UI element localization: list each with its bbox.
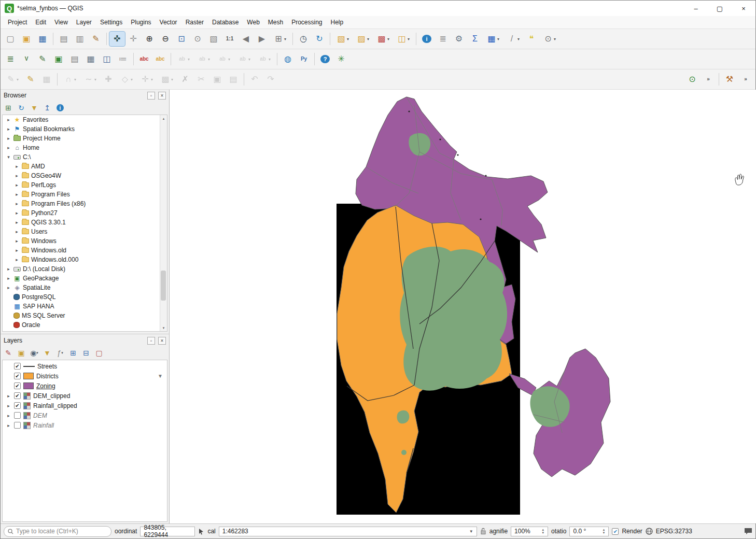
crs-globe-icon[interactable]: [646, 528, 653, 535]
close-button[interactable]: ×: [732, 1, 755, 16]
select-by-value-button[interactable]: ▨▾: [353, 32, 373, 46]
expand-arrow-icon[interactable]: ▸: [14, 192, 20, 197]
collapse-all-layers-button[interactable]: ⊟: [80, 347, 92, 359]
crs-label[interactable]: EPSG:32733: [656, 528, 692, 535]
filter-legend-button[interactable]: ▼: [41, 347, 53, 359]
menu-database[interactable]: Database: [208, 17, 243, 27]
layer-row-districts[interactable]: ✔Districts▼: [3, 371, 167, 381]
help-contents-button[interactable]: ?: [317, 52, 333, 66]
cut-features-button[interactable]: ✂: [193, 72, 209, 87]
layers-float-button[interactable]: ▫: [147, 337, 155, 345]
browser-scrollbar[interactable]: ▴ ▾: [160, 115, 167, 331]
browser-item-users[interactable]: ▸Users: [3, 227, 167, 236]
layer-visibility-checkbox[interactable]: ✔: [14, 382, 21, 389]
copy-features-button[interactable]: ▣: [209, 72, 225, 87]
add-vector-layer-button[interactable]: V: [19, 52, 34, 66]
browser-item-perflogs[interactable]: ▸PerfLogs: [3, 180, 167, 190]
browser-item-windows-old[interactable]: ▸Windows.old: [3, 246, 167, 255]
layer-visibility-checkbox[interactable]: ✔: [14, 392, 21, 399]
options-gear-button[interactable]: ⚙: [451, 32, 467, 46]
plugin-tools-button[interactable]: ⚒: [722, 72, 737, 87]
collapse-all-button[interactable]: ↥: [41, 102, 53, 114]
browser-item-windows[interactable]: ▸Windows: [3, 236, 167, 246]
scale-dropdown-arrow-icon[interactable]: ▼: [469, 529, 473, 534]
scroll-up-icon[interactable]: ▴: [160, 115, 167, 122]
expand-arrow-icon[interactable]: ▸: [14, 164, 20, 169]
add-group-button[interactable]: ▣: [16, 347, 27, 359]
expand-arrow-icon[interactable]: ▸: [6, 145, 11, 150]
browser-item-python27[interactable]: ▸Python27: [3, 208, 167, 218]
layer-diagram-button[interactable]: abc: [152, 52, 168, 66]
browser-item-ms-sql-server[interactable]: MS SQL Server: [3, 311, 167, 320]
expand-arrow-icon[interactable]: ▸: [14, 229, 20, 234]
new-geopackage-layer-button[interactable]: ▣: [51, 52, 66, 66]
minimize-button[interactable]: –: [684, 1, 708, 16]
measure-line-button[interactable]: /▾: [503, 32, 523, 46]
new-shapefile-layer-button[interactable]: ✎: [35, 52, 50, 66]
browser-properties-button[interactable]: i: [54, 102, 66, 114]
expand-arrow-icon[interactable]: ▸: [14, 173, 20, 178]
open-layer-styling-button[interactable]: ✎: [3, 347, 14, 359]
expand-arrow-icon[interactable]: ▸: [14, 210, 20, 216]
browser-item-sap-hana[interactable]: ▦SAP HANA: [3, 302, 167, 311]
toggle-editing-button[interactable]: ✎: [23, 72, 38, 87]
expand-arrow-icon[interactable]: ▸: [14, 182, 20, 188]
zoom-last-button[interactable]: ◀: [238, 32, 254, 46]
rotation-spin-arrows-icon[interactable]: ▲▼: [603, 528, 606, 534]
browser-item-spatial-bookmarks[interactable]: ▸⚑Spatial Bookmarks: [3, 124, 167, 134]
new-project-button[interactable]: ▢: [3, 32, 18, 46]
expand-arrow-icon[interactable]: ▸: [6, 393, 11, 399]
expand-arrow-icon[interactable]: ▸: [14, 248, 20, 253]
python-console-button[interactable]: Py: [296, 52, 312, 66]
layer-visibility-checkbox[interactable]: ✔: [14, 363, 21, 370]
pan-to-selection-button[interactable]: ✛: [125, 32, 141, 46]
temporal-controller-button[interactable]: ◷: [296, 32, 311, 46]
browser-item-geopackage[interactable]: ▸▣GeoPackage: [3, 274, 167, 283]
layer-visibility-checkbox[interactable]: ✔: [14, 373, 21, 379]
new-spatial-bookmark-button[interactable]: ⊙▾: [540, 32, 559, 46]
menu-view[interactable]: View: [50, 17, 72, 27]
zoom-to-selection-button[interactable]: ⊙: [190, 32, 205, 46]
layer-row-zoning[interactable]: ✔Zoning: [3, 381, 167, 391]
map-tips-button[interactable]: ❝: [524, 32, 539, 46]
move-label-button[interactable]: ab▾: [214, 52, 234, 66]
layer-labeling-button[interactable]: abc: [136, 52, 152, 66]
layer-visibility-checkbox[interactable]: [14, 412, 21, 419]
zoom-out-button[interactable]: ⊖: [158, 32, 173, 46]
magnifier-spin-arrows-icon[interactable]: ▲▼: [541, 528, 544, 534]
browser-item-amd[interactable]: ▸AMD: [3, 162, 167, 171]
browser-item-qgis-3-30-1[interactable]: ▸QGIS 3.30.1: [3, 218, 167, 227]
expand-arrow-icon[interactable]: ▸: [14, 220, 20, 225]
redo-button[interactable]: ↷: [263, 72, 278, 87]
move-feature-button[interactable]: ✛▾: [137, 72, 157, 87]
browser-item-osgeo4w[interactable]: ▸OSGeo4W: [3, 171, 167, 180]
show-statistics-button[interactable]: Σ: [467, 32, 483, 46]
remove-layer-button[interactable]: ▢: [93, 347, 105, 359]
add-selected-layers-button[interactable]: ⊞: [3, 102, 14, 114]
expand-arrow-icon[interactable]: ▸: [6, 266, 11, 272]
menu-processing[interactable]: Processing: [287, 17, 326, 27]
browser-item-home[interactable]: ▸⌂Home: [3, 143, 167, 152]
layer-row-rainfall[interactable]: ▸Rainfall: [3, 420, 167, 430]
new-virtual-layer-button[interactable]: ▤: [67, 52, 82, 66]
layer-row-dem-clipped[interactable]: ▸✔DEM_clipped: [3, 391, 167, 401]
select-by-location-button[interactable]: ◫▾: [394, 32, 413, 46]
map-canvas[interactable]: [170, 90, 756, 523]
style-manager-button[interactable]: ✎: [88, 32, 104, 46]
locator-input[interactable]: Type to locate (Ctrl+K): [4, 526, 111, 537]
pin-labels-button[interactable]: ab▾: [174, 52, 193, 66]
expand-arrow-icon[interactable]: ▸: [6, 413, 11, 418]
expand-arrow-icon[interactable]: ▸: [6, 423, 11, 428]
menu-web[interactable]: Web: [243, 17, 263, 27]
save-project-button[interactable]: ▦: [35, 32, 50, 46]
open-attribute-table-button[interactable]: ▦▾: [483, 32, 503, 46]
extents-pointer-icon[interactable]: [198, 528, 204, 535]
delete-selected-button[interactable]: ✗: [177, 72, 193, 87]
expand-arrow-icon[interactable]: ▸: [6, 136, 11, 141]
select-features-button[interactable]: ▧▾: [333, 32, 353, 46]
vertex-tool-button[interactable]: ◇▾: [117, 72, 136, 87]
browser-item-postgresql[interactable]: PostgreSQL: [3, 292, 167, 302]
menu-project[interactable]: Project: [4, 17, 31, 27]
deselect-features-button[interactable]: ▩▾: [373, 32, 393, 46]
current-edits-button[interactable]: ✎▾: [3, 72, 22, 87]
